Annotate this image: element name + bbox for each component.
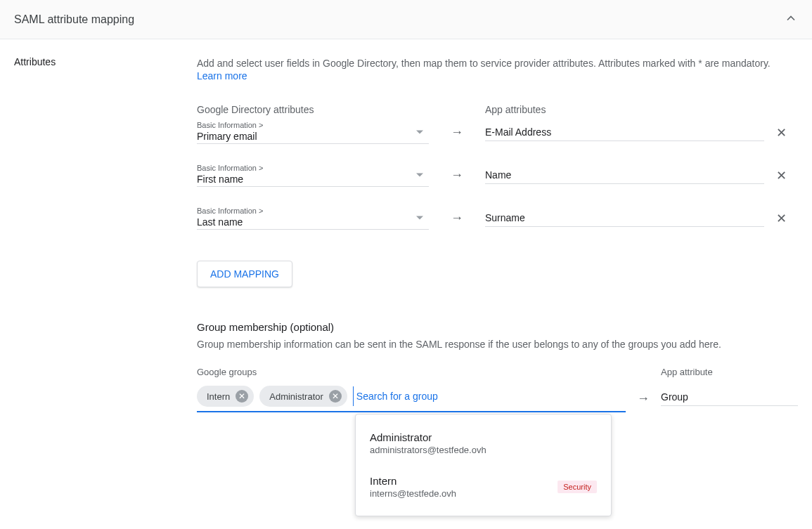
google-groups-label: Google groups [197, 367, 626, 377]
mapping-row: Basic Information > First name → ✕ [197, 164, 798, 187]
select-value: Primary email [197, 131, 429, 142]
add-mapping-button[interactable]: Add Mapping [197, 261, 292, 287]
app-col-header: App attributes [485, 104, 798, 115]
arrow-icon: → [626, 386, 661, 406]
security-badge: Security [558, 481, 597, 493]
app-attribute-field[interactable] [485, 124, 764, 141]
chip-remove-icon[interactable]: ✕ [329, 390, 342, 403]
chip-label: Administrator [269, 391, 323, 402]
dropdown-item[interactable]: Intern interns@testfede.ovh Security [356, 469, 611, 504]
directory-attribute-select[interactable]: Basic Information > Primary email [197, 121, 429, 144]
panel-header: SAML attribute mapping [0, 0, 812, 39]
chevron-down-icon [416, 131, 423, 134]
close-icon: ✕ [776, 168, 787, 183]
dropdown-item-email: administrators@testfede.ovh [370, 445, 486, 455]
mapping-row: Basic Information > Primary email → ✕ [197, 121, 798, 144]
remove-mapping[interactable]: ✕ [764, 125, 798, 141]
arrow-icon: → [429, 168, 485, 183]
chip-remove-icon[interactable]: ✕ [236, 390, 248, 403]
directory-attribute-select[interactable]: Basic Information > Last name [197, 207, 429, 230]
select-category-label: Basic Information > [197, 164, 429, 172]
learn-more-link[interactable]: Learn more [197, 70, 247, 81]
side-label: Attributes [14, 56, 197, 505]
remove-mapping[interactable]: ✕ [764, 211, 798, 226]
panel-title: SAML attribute mapping [14, 13, 134, 26]
close-icon: ✕ [776, 125, 787, 141]
dropdown-item[interactable]: Administrator administrators@testfede.ov… [356, 426, 611, 461]
group-search-input[interactable] [353, 386, 626, 406]
group-app-attribute-field[interactable] [661, 386, 798, 406]
arrow-icon: → [429, 211, 485, 226]
group-columns-header: Google groups App attribute [197, 367, 798, 377]
chevron-down-icon [416, 174, 423, 177]
group-app-attribute-input[interactable] [661, 391, 798, 403]
close-icon: ✕ [776, 211, 787, 226]
dropdown-item-email: interns@testfede.ovh [370, 488, 456, 499]
app-attribute-label: App attribute [661, 367, 798, 377]
group-row: Intern ✕ Administrator ✕ Administrator [197, 386, 798, 505]
app-attribute-input[interactable] [485, 126, 764, 138]
collapse-toggle[interactable] [784, 11, 798, 27]
app-attribute-field[interactable] [485, 209, 764, 227]
select-category-label: Basic Information > [197, 121, 429, 129]
google-groups-chips[interactable]: Intern ✕ Administrator ✕ [197, 386, 626, 412]
group-title: Group membership (optional) [197, 321, 798, 333]
dropdown-item-name: Intern [370, 475, 456, 487]
mapping-row: Basic Information > Last name → ✕ [197, 207, 798, 230]
remove-mapping[interactable]: ✕ [764, 168, 798, 183]
description-text: Add and select user fields in Google Dir… [197, 58, 771, 69]
group-chip: Administrator ✕ [259, 386, 347, 407]
attributes-label: Attributes [14, 56, 197, 67]
app-attribute-input[interactable] [485, 169, 764, 181]
directory-attribute-select[interactable]: Basic Information > First name [197, 164, 429, 187]
app-attribute-input[interactable] [485, 212, 764, 223]
arrow-col-spacer [429, 104, 485, 115]
chevron-down-icon [416, 216, 423, 220]
description-block: Add and select user fields in Google Dir… [197, 56, 798, 81]
select-value: Last name [197, 216, 429, 228]
select-category-label: Basic Information > [197, 207, 429, 215]
chevron-up-icon [784, 11, 798, 25]
group-description: Group membership information can be sent… [197, 339, 798, 350]
chip-label: Intern [207, 391, 230, 402]
google-col-header: Google Directory attributes [197, 104, 429, 115]
dropdown-item-name: Administrator [370, 431, 486, 443]
group-chip: Intern ✕ [197, 386, 254, 407]
content-area: Attributes Add and select user fields in… [0, 39, 812, 522]
group-search-dropdown: Administrator administrators@testfede.ov… [355, 414, 612, 516]
group-membership-section: Group membership (optional) Group member… [197, 321, 798, 505]
app-attribute-field[interactable] [485, 166, 764, 184]
arrow-icon: → [429, 125, 485, 140]
mapping-columns-header: Google Directory attributes App attribut… [197, 104, 798, 115]
main-area: Add and select user fields in Google Dir… [197, 56, 798, 505]
select-value: First name [197, 174, 429, 185]
